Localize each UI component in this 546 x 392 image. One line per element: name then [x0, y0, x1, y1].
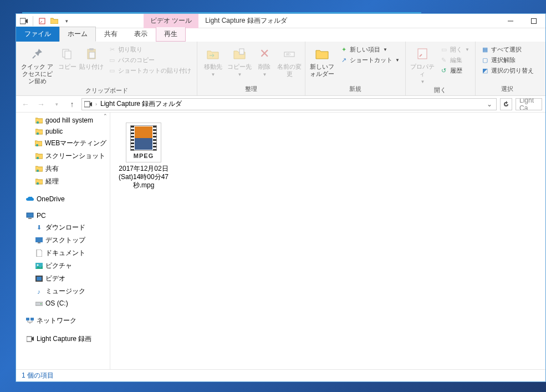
svg-point-19 [36, 170, 38, 172]
copy-button[interactable]: コピー [57, 44, 77, 70]
nav-music[interactable]: ♪ミュージック [16, 285, 110, 298]
copy-path-button[interactable]: ▭ パスのコピー [106, 55, 193, 65]
picture-icon [35, 262, 43, 270]
open-button[interactable]: ▭ 開く ▼ [438, 45, 472, 54]
new-item-button[interactable]: ✦ 新しい項目 ▼ [338, 45, 402, 54]
file-thumbnail: MPEG [126, 123, 161, 162]
select-all-label: すべて選択 [491, 45, 522, 54]
search-placeholder: Light Ca [519, 98, 538, 110]
copy-to-button[interactable]: コピー先 ▼ [227, 44, 252, 78]
open-icon: ▭ [440, 46, 448, 54]
delete-button[interactable]: ✕ 削除 ▼ [254, 44, 275, 78]
nav-desktop[interactable]: デスクトップ [16, 234, 110, 247]
file-list[interactable]: MPEG 2017年12月02日(Sat)14時00分47秒.mpg [110, 113, 545, 369]
breadcrumb-current[interactable]: Light Capture 録画フォルダ [100, 99, 182, 109]
svg-point-20 [36, 182, 38, 185]
properties-button[interactable]: プロパティ ▼ [409, 44, 436, 85]
up-button[interactable]: ↑ [66, 98, 78, 110]
tab-play[interactable]: 再生 [156, 27, 186, 42]
nav-onedrive[interactable]: OneDrive [16, 194, 110, 205]
paste-shortcut-icon: ▭ [108, 67, 116, 75]
group-clipboard: クイック アクセスにピン留め コピー 貼り付け ✂ [16, 42, 197, 95]
maximize-button[interactable] [522, 14, 545, 28]
nav-folder-screenshot[interactable]: スクリーンショット [16, 150, 110, 162]
nav-documents[interactable]: ドキュメント [16, 247, 110, 259]
open-label: 開く [450, 45, 462, 54]
shared-folder-icon [35, 116, 43, 124]
forward-button[interactable]: → [35, 98, 47, 110]
shared-folder-icon [35, 178, 43, 186]
nav-folder-goodhill[interactable]: good hill system [16, 115, 110, 126]
search-input[interactable]: Light Ca [516, 98, 542, 110]
breadcrumb-separator-icon[interactable]: › [95, 101, 97, 107]
svg-point-30 [40, 303, 42, 304]
group-select: ▦ すべて選択 ▢ 選択解除 ◩ 選択の切り替え 選択 [476, 42, 539, 95]
new-folder-button[interactable]: 新しいフォルダー [309, 44, 335, 78]
tab-home[interactable]: ホーム [59, 27, 96, 42]
back-button[interactable]: ← [19, 98, 32, 110]
edit-button[interactable]: ✎ 編集 [438, 55, 472, 65]
new-folder-icon[interactable] [50, 17, 59, 26]
svg-line-4 [33, 55, 35, 58]
invert-selection-button[interactable]: ◩ 選択の切り替え [479, 66, 536, 75]
nav-folder-public[interactable]: public [16, 126, 110, 137]
nav-scrollbar[interactable]: ⌃ [101, 113, 109, 119]
cut-icon: ✂ [108, 46, 116, 54]
svg-rect-6 [65, 51, 71, 59]
nav-pictures[interactable]: ピクチャ [16, 259, 110, 272]
nav-current-folder[interactable]: Light Capture 録画 [16, 333, 110, 345]
group-open: プロパティ ▼ ▭ 開く ▼ ✎ 編集 ↺ 履歴 [406, 42, 476, 95]
group-new-label: 新規 [309, 84, 402, 95]
move-to-label: 移動先 [204, 63, 222, 70]
svg-rect-13 [418, 49, 427, 59]
qat-dropdown-icon[interactable]: ▾ [62, 17, 71, 26]
address-bar[interactable]: › Light Capture 録画フォルダ ⌄ [81, 98, 497, 110]
nav-folder-webmarketing[interactable]: WEBマーケティング [16, 137, 110, 150]
paste-shortcut-button[interactable]: ▭ ショートカットの貼り付け [106, 66, 193, 75]
document-icon [35, 250, 43, 257]
select-all-button[interactable]: ▦ すべて選択 [479, 45, 536, 54]
shared-folder-icon [35, 152, 43, 160]
rename-button[interactable]: ab 名前の変更 [277, 44, 302, 78]
nav-drive-c[interactable]: OS (C:) [16, 298, 110, 309]
pin-quick-access-button[interactable]: クイック アクセスにピン留め [19, 44, 55, 85]
navigation-pane[interactable]: ⌃ good hill system public WEBマーケティング スクリ… [16, 113, 110, 369]
file-name: 2017年12月02日(Sat)14時00分47秒.mpg [116, 165, 171, 190]
copy-path-icon: ▭ [108, 57, 116, 64]
nav-folder-keiri[interactable]: 経理 [16, 175, 110, 188]
status-item-count: 1 個の項目 [22, 371, 54, 380]
nav-videos[interactable]: ビデオ [16, 272, 110, 285]
svg-rect-14 [84, 101, 90, 107]
nav-downloads[interactable]: ⬇ダウンロード [16, 221, 110, 234]
nav-network[interactable]: ネットワーク [16, 314, 110, 327]
history-button[interactable]: ↺ 履歴 [438, 66, 472, 75]
tab-share[interactable]: 共有 [96, 27, 126, 42]
paste-icon [84, 46, 99, 62]
move-to-button[interactable]: 移動先 ▼ [201, 44, 225, 78]
select-none-button[interactable]: ▢ 選択解除 [479, 55, 536, 65]
address-dropdown-icon[interactable]: ⌄ [485, 100, 494, 108]
tab-file[interactable]: ファイル [16, 27, 59, 42]
svg-point-17 [36, 144, 38, 146]
properties-icon[interactable] [38, 17, 47, 26]
new-shortcut-button[interactable]: ↗ ショートカット ▼ [338, 55, 402, 65]
recent-dropdown[interactable]: ▾ [50, 98, 63, 110]
copy-label: コピー [58, 63, 76, 70]
copy-to-label: コピー先 [227, 63, 252, 70]
rename-icon: ab [282, 46, 297, 62]
new-shortcut-label: ショートカット [350, 56, 392, 64]
minimize-button[interactable] [499, 14, 522, 28]
nav-pc[interactable]: PC [16, 210, 110, 221]
cut-button[interactable]: ✂ 切り取り [106, 45, 193, 54]
explorer-body: ⌃ good hill system public WEBマーケティング スクリ… [16, 113, 545, 369]
nav-folder-share[interactable]: 共有 [16, 162, 110, 175]
scroll-up-icon[interactable]: ⌃ [103, 113, 108, 119]
download-icon: ⬇ [35, 224, 43, 232]
shared-folder-icon [35, 128, 43, 135]
svg-rect-3 [532, 18, 537, 23]
tab-view[interactable]: 表示 [126, 27, 156, 42]
paste-button[interactable]: 貼り付け [79, 44, 104, 70]
history-icon: ↺ [440, 67, 448, 75]
file-item[interactable]: MPEG 2017年12月02日(Sat)14時00分47秒.mpg [116, 123, 171, 190]
refresh-button[interactable] [500, 98, 512, 110]
